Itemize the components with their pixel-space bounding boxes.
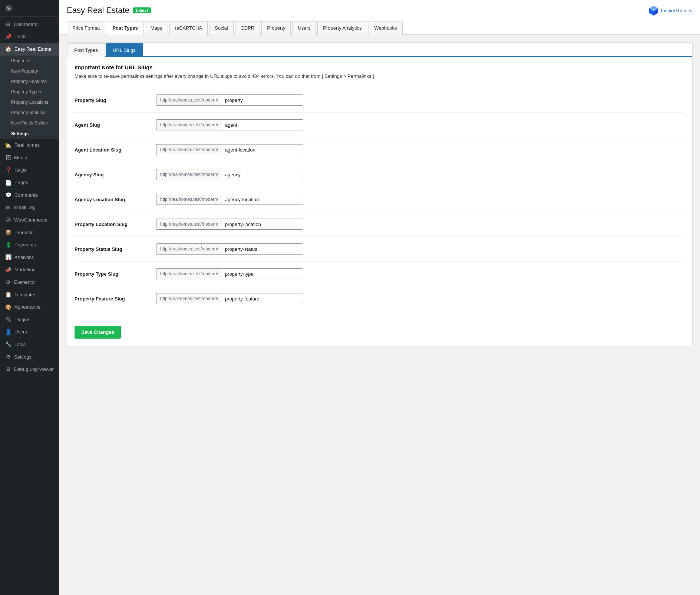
tab-post-types[interactable]: Post Types bbox=[107, 21, 143, 35]
topbar-brand[interactable]: InspiryThemes bbox=[648, 5, 693, 16]
field-input-agency-location-slug[interactable] bbox=[222, 194, 303, 205]
media-icon: 🖼 bbox=[5, 154, 11, 162]
comments-icon: 💬 bbox=[5, 192, 11, 199]
sidebar-item-woocommerce[interactable]: Ⓦ WooCommerce bbox=[0, 214, 59, 226]
submenu-property-locations[interactable]: Property Locations bbox=[0, 97, 59, 107]
field-wrap-agent-slug: http://realhomes.test/modern/ bbox=[156, 119, 685, 130]
templates-icon: 📋 bbox=[5, 291, 11, 299]
sidebar-item-plugins[interactable]: 🔌 Plugins bbox=[0, 313, 59, 326]
field-wrap-agency-slug: http://realhomes.test/modern/ bbox=[156, 169, 685, 180]
sidebar-item-label: Products bbox=[14, 229, 33, 236]
page-title: Easy Real Estate bbox=[67, 6, 129, 15]
home-icon: 🏠 bbox=[5, 46, 11, 53]
form-row-property-slug: Property Slughttp://realhomes.test/moder… bbox=[75, 88, 685, 113]
form-row-property-feature-slug: Property Feature Slughttp://realhomes.te… bbox=[75, 286, 685, 311]
sidebar-item-users[interactable]: 👤 Users bbox=[0, 326, 59, 339]
field-input-agent-slug[interactable] bbox=[222, 119, 303, 130]
tab-recaptcha[interactable]: reCAPTCHA bbox=[169, 21, 208, 35]
field-input-agent-location-slug[interactable] bbox=[222, 144, 303, 155]
topbar-title-area: Easy Real Estate Latest bbox=[67, 6, 151, 15]
sidebar-item-label: Email Log bbox=[14, 204, 36, 211]
submenu-property-features[interactable]: Property Features bbox=[0, 76, 59, 87]
sidebar: W ⊞ Dashboard 📌 Posts 🏠 Easy Real Estate… bbox=[0, 0, 59, 595]
submenu-property-statuses[interactable]: Property Statuses bbox=[0, 107, 59, 118]
latest-badge: Latest bbox=[133, 7, 151, 13]
field-input-property-location-slug[interactable] bbox=[222, 219, 303, 230]
submenu-new-fields-builder[interactable]: New Fields Builder bbox=[0, 118, 59, 128]
tab-maps[interactable]: Maps bbox=[145, 21, 168, 35]
sidebar-item-label: Comments bbox=[14, 192, 38, 199]
field-input-property-feature-slug[interactable] bbox=[222, 293, 303, 304]
tab-property[interactable]: Property bbox=[261, 21, 291, 35]
note-text: Make sure to re-save permalinks settings… bbox=[75, 73, 685, 79]
topbar: Easy Real Estate Latest InspiryThemes bbox=[59, 0, 700, 21]
tab-url-slugs[interactable]: URL Slugs bbox=[106, 43, 143, 57]
sidebar-item-media[interactable]: 🖼 Media bbox=[0, 152, 59, 164]
wp-logo-icon: W bbox=[5, 4, 13, 12]
marketing-icon: 📣 bbox=[5, 266, 11, 274]
sidebar-item-easy-real-estate[interactable]: 🏠 Easy Real Estate bbox=[0, 43, 59, 56]
form-fields: Property Slughttp://realhomes.test/moder… bbox=[75, 88, 685, 311]
sidebar-item-posts[interactable]: 📌 Posts bbox=[0, 31, 59, 43]
submenu-new-property[interactable]: New Property bbox=[0, 66, 59, 76]
analytics-icon: 📊 bbox=[5, 254, 11, 261]
sidebar-item-tools[interactable]: 🔧 Tools bbox=[0, 338, 59, 351]
sidebar-item-appearance[interactable]: 🎨 Appearance bbox=[0, 301, 59, 314]
sidebar-item-templates[interactable]: 📋 Templates bbox=[0, 289, 59, 301]
field-input-property-type-slug[interactable] bbox=[222, 268, 303, 279]
submenu-properties[interactable]: Properties bbox=[0, 56, 59, 66]
tab-post-types-sub[interactable]: Post Types bbox=[67, 43, 105, 57]
sidebar-item-faqs[interactable]: ❓ FAQs bbox=[0, 164, 59, 177]
sidebar-item-marketing[interactable]: 📣 Marketing bbox=[0, 264, 59, 276]
sidebar-item-realhomes[interactable]: 🏡 RealHomes bbox=[0, 139, 59, 152]
sidebar-item-label: Elementor bbox=[14, 279, 36, 286]
sidebar-item-label: Settings bbox=[14, 354, 32, 360]
sidebar-item-label: Plugins bbox=[14, 316, 30, 323]
tab-webhooks[interactable]: Webhooks bbox=[369, 21, 402, 35]
pages-icon: 📄 bbox=[5, 179, 11, 187]
field-input-property-status-slug[interactable] bbox=[222, 243, 303, 255]
field-label-agent-location-slug: Agent Location Slug bbox=[75, 147, 156, 153]
field-wrap-property-status-slug: http://realhomes.test/modern/ bbox=[156, 243, 685, 255]
field-label-property-location-slug: Property Location Slug bbox=[75, 222, 156, 227]
main-content: Easy Real Estate Latest InspiryThemes Pr… bbox=[59, 0, 700, 595]
debug-icon: 🖥 bbox=[5, 366, 11, 373]
save-area: Save Changes bbox=[67, 318, 692, 346]
note-title: Important Note for URL Slugs bbox=[75, 64, 685, 70]
save-button[interactable]: Save Changes bbox=[75, 326, 121, 339]
submenu-property-types[interactable]: Property Types bbox=[0, 87, 59, 97]
sidebar-item-label: RealHomes bbox=[14, 142, 40, 149]
tab-social[interactable]: Social bbox=[209, 21, 233, 35]
sidebar-item-settings[interactable]: ⚙ Settings bbox=[0, 351, 59, 363]
field-wrap-agent-location-slug: http://realhomes.test/modern/ bbox=[156, 144, 685, 155]
submenu-settings-label: Settings bbox=[0, 128, 59, 139]
sidebar-item-pages[interactable]: 📄 Pages bbox=[0, 177, 59, 189]
sidebar-item-elementor[interactable]: ⊕ Elementor bbox=[0, 276, 59, 289]
sidebar-item-products[interactable]: 📦 Products bbox=[0, 226, 59, 239]
sidebar-item-comments[interactable]: 💬 Comments bbox=[0, 189, 59, 202]
form-row-agency-slug: Agency Slughttp://realhomes.test/modern/ bbox=[75, 162, 685, 187]
sidebar-item-debug-log[interactable]: 🖥 Debug Log Viewer bbox=[0, 363, 59, 376]
tab-price-format[interactable]: Price Format bbox=[67, 21, 105, 35]
field-prefix-property-feature-slug: http://realhomes.test/modern/ bbox=[156, 293, 222, 304]
appearance-icon: 🎨 bbox=[5, 304, 11, 311]
sidebar-item-dashboard[interactable]: ⊞ Dashboard bbox=[0, 18, 59, 31]
email-icon: ✉ bbox=[5, 204, 11, 212]
brand-cube-icon bbox=[648, 5, 659, 16]
field-wrap-property-location-slug: http://realhomes.test/modern/ bbox=[156, 219, 685, 230]
field-prefix-property-type-slug: http://realhomes.test/modern/ bbox=[156, 268, 222, 279]
field-label-agent-slug: Agent Slug bbox=[75, 122, 156, 128]
sidebar-item-label: Marketing bbox=[14, 266, 36, 273]
sidebar-item-label: Payments bbox=[14, 242, 36, 248]
sidebar-item-analytics[interactable]: 📊 Analytics bbox=[0, 251, 59, 264]
field-label-property-type-slug: Property Type Slug bbox=[75, 271, 156, 277]
sidebar-item-label: Templates bbox=[14, 292, 36, 298]
sidebar-item-email-log[interactable]: ✉ Email Log bbox=[0, 202, 59, 214]
tab-property-analytics[interactable]: Property Analytics bbox=[317, 21, 367, 35]
tab-users-tab[interactable]: Users bbox=[292, 21, 316, 35]
field-input-agency-slug[interactable] bbox=[222, 169, 303, 180]
sidebar-item-payments[interactable]: 💲 Payments bbox=[0, 239, 59, 252]
field-input-property-slug[interactable] bbox=[222, 94, 303, 106]
sidebar-submenu: Properties New Property Property Feature… bbox=[0, 56, 59, 139]
tab-gdpr[interactable]: GDPR bbox=[235, 21, 260, 35]
